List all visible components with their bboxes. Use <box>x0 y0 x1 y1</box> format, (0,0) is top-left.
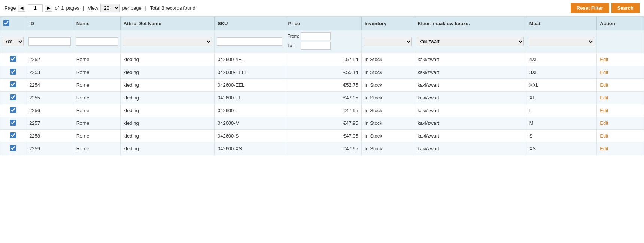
edit-link[interactable]: Edit <box>600 146 608 152</box>
row-action-cell[interactable]: Edit <box>597 117 644 130</box>
table-body: 2252 Rome kleding 042600-4EL €57.54 In S… <box>0 53 644 155</box>
row-action-cell[interactable]: Edit <box>597 130 644 142</box>
row-kleur: kaki/zwart <box>414 92 526 104</box>
row-checkbox[interactable] <box>10 107 16 113</box>
row-checkbox[interactable] <box>10 81 16 87</box>
prev-page-button[interactable]: ◀ <box>18 4 25 12</box>
row-checkbox-cell[interactable] <box>0 104 26 117</box>
filter-price-from-input[interactable] <box>301 32 331 40</box>
filter-price-cell: From: To : <box>285 30 361 53</box>
reset-filter-button[interactable]: Reset Filter <box>571 3 609 13</box>
row-checkbox-cell[interactable] <box>0 79 26 92</box>
row-maat: XXL <box>526 79 597 92</box>
row-inventory: In Stock <box>361 142 414 155</box>
filter-enabled-select[interactable]: Yes No <box>3 37 24 46</box>
filter-id-cell[interactable] <box>26 30 73 53</box>
product-table: ID Name Attrib. Set Name SKU Price Inven… <box>0 16 644 155</box>
row-attrib: kleding <box>120 92 214 104</box>
table-row: 2257 Rome kleding 042600-M €47.95 In Sto… <box>0 117 644 130</box>
filter-maat-cell[interactable]: XS S M L XL XXL 3XL 4XL <box>526 30 597 53</box>
row-checkbox[interactable] <box>10 94 16 100</box>
row-name: Rome <box>73 117 120 130</box>
header-kleur: Kleur: maak uw keuze: <box>414 17 526 30</box>
search-button[interactable]: Search <box>611 3 640 13</box>
filter-attrib-select[interactable]: kleding <box>123 37 212 46</box>
row-action-cell[interactable]: Edit <box>597 53 644 66</box>
price-to-label: To : <box>287 43 299 48</box>
filter-enabled-cell[interactable]: Yes No <box>0 30 26 53</box>
edit-link[interactable]: Edit <box>600 95 608 100</box>
row-action-cell[interactable]: Edit <box>597 142 644 155</box>
row-price: €47.95 <box>285 142 361 155</box>
per-page-select[interactable]: 20 50 100 <box>100 4 120 12</box>
row-checkbox-cell[interactable] <box>0 66 26 79</box>
row-checkbox-cell[interactable] <box>0 130 26 142</box>
table-row: 2255 Rome kleding 042600-EL €47.95 In St… <box>0 92 644 104</box>
row-inventory: In Stock <box>361 130 414 142</box>
row-name: Rome <box>73 130 120 142</box>
row-kleur: kaki/zwart <box>414 142 526 155</box>
row-checkbox-cell[interactable] <box>0 117 26 130</box>
edit-link[interactable]: Edit <box>600 108 608 113</box>
filter-inventory-cell[interactable]: In Stock Out of Stock <box>361 30 414 53</box>
row-attrib: kleding <box>120 66 214 79</box>
row-checkbox[interactable] <box>10 145 16 151</box>
row-maat: S <box>526 130 597 142</box>
row-checkbox[interactable] <box>10 132 16 138</box>
row-action-cell[interactable]: Edit <box>597 79 644 92</box>
row-inventory: In Stock <box>361 66 414 79</box>
row-inventory: In Stock <box>361 92 414 104</box>
row-action-cell[interactable]: Edit <box>597 66 644 79</box>
row-kleur: kaki/zwart <box>414 104 526 117</box>
filter-id-input[interactable] <box>28 38 71 46</box>
filter-kleur-select[interactable]: kaki/zwart blauw rood <box>417 37 524 46</box>
row-checkbox[interactable] <box>10 69 16 75</box>
row-kleur: kaki/zwart <box>414 130 526 142</box>
row-name: Rome <box>73 142 120 155</box>
row-sku: 042600-EEL <box>214 79 285 92</box>
row-checkbox-cell[interactable] <box>0 53 26 66</box>
filter-name-cell[interactable] <box>73 30 120 53</box>
edit-link[interactable]: Edit <box>600 133 608 139</box>
row-checkbox[interactable] <box>10 120 16 126</box>
row-action-cell[interactable]: Edit <box>597 104 644 117</box>
row-inventory: In Stock <box>361 53 414 66</box>
row-id: 2252 <box>26 53 73 66</box>
header-checkbox-cell[interactable] <box>0 17 26 30</box>
filter-kleur-cell[interactable]: kaki/zwart blauw rood <box>414 30 526 53</box>
row-attrib: kleding <box>120 130 214 142</box>
row-inventory: In Stock <box>361 104 414 117</box>
filter-attrib-cell[interactable]: kleding <box>120 30 214 53</box>
row-action-cell[interactable]: Edit <box>597 92 644 104</box>
filter-price-to-input[interactable] <box>301 42 331 50</box>
next-page-button[interactable]: ▶ <box>45 4 52 12</box>
filter-name-input[interactable] <box>76 38 118 46</box>
edit-link[interactable]: Edit <box>600 57 608 62</box>
row-checkbox-cell[interactable] <box>0 142 26 155</box>
row-id: 2254 <box>26 79 73 92</box>
row-maat: XS <box>526 142 597 155</box>
filter-sku-cell[interactable] <box>214 30 285 53</box>
pagination-bar: Page ◀ ▶ of 1 pages | View 20 50 100 per… <box>0 0 644 16</box>
row-price: €57.54 <box>285 53 361 66</box>
row-kleur: kaki/zwart <box>414 66 526 79</box>
header-name: Name <box>73 17 120 30</box>
filter-inventory-select[interactable]: In Stock Out of Stock <box>364 37 412 46</box>
row-name: Rome <box>73 53 120 66</box>
row-id: 2257 <box>26 117 73 130</box>
row-checkbox-cell[interactable] <box>0 92 26 104</box>
edit-link[interactable]: Edit <box>600 69 608 75</box>
row-kleur: kaki/zwart <box>414 53 526 66</box>
separator2: | <box>144 5 148 11</box>
row-sku: 042600-L <box>214 104 285 117</box>
edit-link[interactable]: Edit <box>600 82 608 88</box>
row-checkbox[interactable] <box>10 56 16 62</box>
filter-maat-select[interactable]: XS S M L XL XXL 3XL 4XL <box>529 37 595 46</box>
select-all-checkbox[interactable] <box>3 20 9 26</box>
row-sku: 042600-XS <box>214 142 285 155</box>
filter-sku-input[interactable] <box>217 38 283 46</box>
edit-link[interactable]: Edit <box>600 120 608 126</box>
row-kleur: kaki/zwart <box>414 117 526 130</box>
page-input[interactable] <box>28 4 43 12</box>
row-name: Rome <box>73 79 120 92</box>
